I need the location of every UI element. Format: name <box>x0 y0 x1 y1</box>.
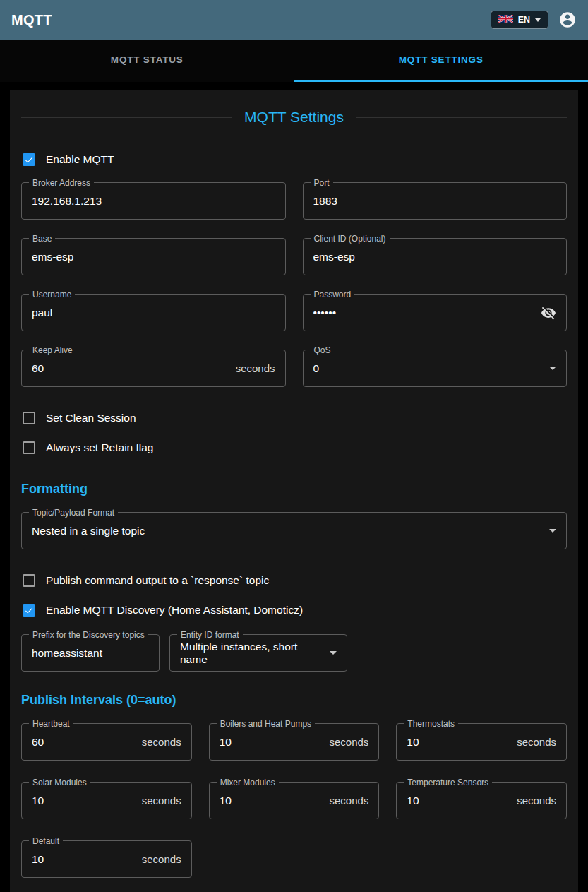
response-topic-label: Publish command output to a `response` t… <box>46 574 269 587</box>
thermostats-input[interactable] <box>407 736 511 749</box>
client-id-label: Client ID (Optional) <box>311 234 390 244</box>
topic-format-value: Nested in a single topic <box>32 525 544 537</box>
temperature-sensors-unit: seconds <box>517 795 556 807</box>
solar-modules-unit: seconds <box>142 795 181 807</box>
discovery-prefix-input[interactable] <box>32 647 149 660</box>
language-label: EN <box>518 15 530 25</box>
mixer-modules-unit: seconds <box>329 795 368 807</box>
page-title-row: MQTT Settings <box>21 109 567 126</box>
divider <box>356 117 567 118</box>
app-title: MQTT <box>11 12 52 28</box>
mqtt-discovery-checkbox[interactable] <box>23 604 35 617</box>
account-circle-icon[interactable] <box>558 11 577 29</box>
thermostats-label: Thermostats <box>404 719 458 729</box>
response-topic-checkbox[interactable] <box>23 574 35 587</box>
enable-mqtt-row[interactable]: Enable MQTT <box>21 147 567 172</box>
keep-alive-input[interactable] <box>32 362 230 375</box>
formatting-heading: Formatting <box>21 482 567 496</box>
heartbeat-input[interactable] <box>32 736 136 749</box>
retain-flag-row[interactable]: Always set Retain flag <box>21 435 567 460</box>
retain-flag-label: Always set Retain flag <box>46 441 154 454</box>
default-interval-unit: seconds <box>142 853 181 865</box>
password-field[interactable]: Password <box>303 294 568 331</box>
base-input[interactable] <box>32 251 275 263</box>
password-input[interactable] <box>313 307 536 319</box>
base-clientid-row: Base Client ID (Optional) <box>21 238 567 275</box>
boilers-unit: seconds <box>329 736 368 748</box>
discovery-options-row: Prefix for the Discovery topics Entity I… <box>21 634 567 672</box>
broker-address-field[interactable]: Broker Address <box>21 182 286 220</box>
keep-alive-field[interactable]: Keep Alive seconds <box>21 350 286 387</box>
clean-session-checkbox[interactable] <box>23 412 35 424</box>
discovery-prefix-label: Prefix for the Discovery topics <box>29 630 148 640</box>
solar-modules-label: Solar Modules <box>29 778 90 787</box>
discovery-prefix-field[interactable]: Prefix for the Discovery topics <box>21 634 160 672</box>
publish-intervals-heading: Publish Intervals (0=auto) <box>21 693 567 708</box>
topic-format-label: Topic/Payload Format <box>29 508 118 518</box>
chevron-down-icon <box>549 529 556 533</box>
port-input[interactable] <box>313 195 557 208</box>
response-topic-row[interactable]: Publish command output to a `response` t… <box>21 568 567 593</box>
keep-alive-label: Keep Alive <box>29 345 76 355</box>
temperature-sensors-field[interactable]: Temperature Sensors seconds <box>396 782 567 819</box>
username-field[interactable]: Username <box>21 294 286 331</box>
boilers-label: Boilers and Heat Pumps <box>217 719 315 729</box>
entity-id-format-select[interactable]: Entity ID format Multiple instances, sho… <box>169 634 347 672</box>
qos-select[interactable]: QoS 0 <box>303 350 568 387</box>
broker-port-row: Broker Address Port <box>21 182 567 220</box>
solar-modules-input[interactable] <box>32 795 136 807</box>
port-field[interactable]: Port <box>303 182 568 220</box>
mqtt-discovery-row[interactable]: Enable MQTT Discovery (Home Assistant, D… <box>21 597 567 623</box>
boilers-field[interactable]: Boilers and Heat Pumps seconds <box>209 723 380 761</box>
chevron-down-icon <box>330 651 337 655</box>
base-field[interactable]: Base <box>21 238 286 275</box>
retain-flag-checkbox[interactable] <box>23 441 35 454</box>
mqtt-settings-card: MQTT Settings Enable MQTT Broker Address… <box>10 90 578 892</box>
heartbeat-label: Heartbeat <box>29 719 73 729</box>
keepalive-qos-row: Keep Alive seconds QoS 0 <box>21 350 567 387</box>
broker-address-input[interactable] <box>32 195 275 208</box>
temperature-sensors-input[interactable] <box>407 795 511 807</box>
mixer-modules-label: Mixer Modules <box>217 778 279 787</box>
clean-session-label: Set Clean Session <box>46 412 136 424</box>
topic-format-select[interactable]: Topic/Payload Format Nested in a single … <box>21 512 567 549</box>
qos-value: 0 <box>313 362 544 375</box>
tab-mqtt-settings[interactable]: MQTT SETTINGS <box>294 40 588 82</box>
entity-id-format-value: Multiple instances, short name <box>180 641 324 666</box>
solar-modules-field[interactable]: Solar Modules seconds <box>21 782 192 819</box>
language-selector-button[interactable]: EN <box>491 11 548 29</box>
app-bar: MQTT EN <box>0 0 588 40</box>
visibility-off-icon[interactable] <box>541 305 556 321</box>
tab-bar: MQTT STATUS MQTT SETTINGS <box>0 40 588 82</box>
mixer-modules-input[interactable] <box>220 795 324 807</box>
broker-address-label: Broker Address <box>29 178 94 188</box>
entity-id-format-label: Entity ID format <box>177 630 243 640</box>
default-interval-field[interactable]: Default seconds <box>21 840 192 878</box>
port-label: Port <box>311 178 333 188</box>
username-password-row: Username Password <box>21 294 567 331</box>
intervals-grid: Heartbeat seconds Boilers and Heat Pumps… <box>21 723 567 878</box>
heartbeat-field[interactable]: Heartbeat seconds <box>21 723 192 761</box>
thermostats-field[interactable]: Thermostats seconds <box>396 723 567 761</box>
keep-alive-unit: seconds <box>236 362 275 374</box>
heartbeat-unit: seconds <box>142 736 181 748</box>
page-title: MQTT Settings <box>244 109 344 126</box>
client-id-input[interactable] <box>313 251 557 263</box>
enable-mqtt-checkbox[interactable] <box>23 153 35 166</box>
temperature-sensors-label: Temperature Sensors <box>404 778 492 787</box>
base-label: Base <box>29 234 55 244</box>
client-id-field[interactable]: Client ID (Optional) <box>303 238 568 275</box>
uk-flag-icon <box>498 15 513 25</box>
default-interval-input[interactable] <box>32 853 136 866</box>
boilers-input[interactable] <box>220 736 324 749</box>
qos-label: QoS <box>311 345 335 355</box>
clean-session-row[interactable]: Set Clean Session <box>21 405 567 431</box>
chevron-down-icon <box>549 367 556 370</box>
enable-mqtt-label: Enable MQTT <box>46 153 114 166</box>
username-input[interactable] <box>32 307 275 319</box>
mixer-modules-field[interactable]: Mixer Modules seconds <box>209 782 380 819</box>
chevron-down-icon <box>535 18 541 22</box>
mqtt-discovery-label: Enable MQTT Discovery (Home Assistant, D… <box>46 604 303 617</box>
divider <box>21 117 232 118</box>
tab-mqtt-status[interactable]: MQTT STATUS <box>0 40 294 82</box>
